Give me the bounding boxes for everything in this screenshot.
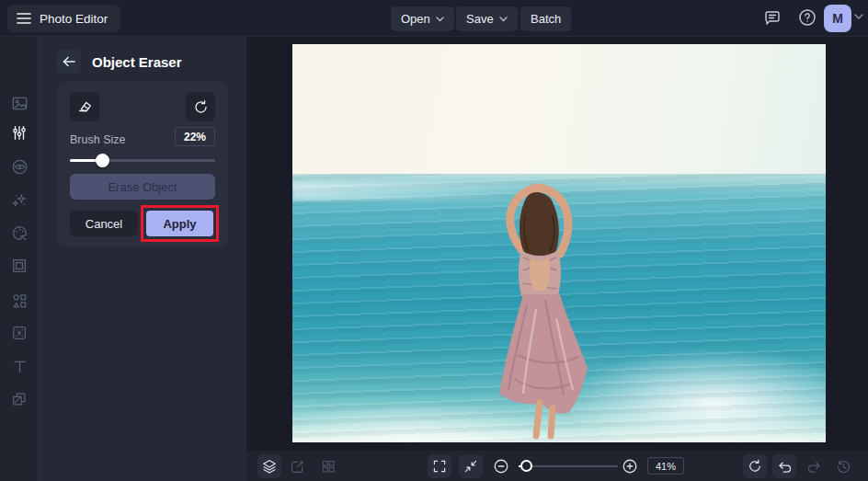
canvas-area[interactable] <box>246 37 868 451</box>
canvas-resize-button[interactable] <box>285 454 309 478</box>
layers-icon <box>261 458 278 475</box>
fullscreen-icon <box>432 459 447 474</box>
sidebar-item-frames[interactable] <box>0 250 39 281</box>
text-icon <box>12 359 28 374</box>
help-button[interactable] <box>796 7 818 29</box>
eraser-tool-button[interactable] <box>70 92 99 121</box>
open-button[interactable]: Open <box>391 6 454 31</box>
hamburger-menu-icon <box>17 12 31 25</box>
eraser-tool-card: Brush Size 22% Erase Object Cancel Apply <box>57 81 228 246</box>
avatar[interactable]: M <box>824 5 851 32</box>
cancel-button[interactable]: Cancel <box>70 211 138 236</box>
zoom-in-icon <box>622 458 638 475</box>
palette-icon <box>11 224 29 242</box>
arrow-left-icon <box>63 56 75 67</box>
history-button[interactable] <box>831 454 855 478</box>
back-button[interactable] <box>57 50 81 74</box>
canvas-edit-icon <box>290 459 305 475</box>
zoom-out-icon <box>493 458 509 475</box>
zoom-in-button[interactable] <box>618 454 642 478</box>
sticker-icon <box>11 325 28 341</box>
frame-icon <box>11 258 28 274</box>
comment-icon <box>763 8 782 27</box>
undo-icon <box>777 459 793 475</box>
chevron-down-icon <box>499 17 508 22</box>
sidebar-item-overlays[interactable] <box>0 317 39 349</box>
slider-thumb[interactable] <box>96 154 109 167</box>
help-icon <box>798 8 817 27</box>
layers-button[interactable] <box>257 454 281 478</box>
brush-size-slider[interactable] <box>70 153 215 167</box>
zoom-slider-thumb[interactable] <box>520 460 532 472</box>
sidebar-item-edit[interactable] <box>0 87 39 119</box>
sidebar-item-text[interactable] <box>0 350 39 382</box>
sparkles-icon <box>11 191 29 209</box>
sidebar-item-touchup[interactable] <box>0 151 39 182</box>
chevron-down-icon <box>436 17 444 22</box>
apply-button[interactable]: Apply <box>146 211 213 236</box>
fit-to-screen-button[interactable] <box>459 454 483 478</box>
image-icon <box>11 95 29 112</box>
erase-object-button[interactable]: Erase Object <box>70 174 215 200</box>
zoom-slider[interactable] <box>519 459 618 474</box>
templates-button[interactable] <box>316 454 340 478</box>
panel-title: Object Eraser <box>92 54 182 70</box>
layers-overlap-icon <box>11 391 28 407</box>
photo-canvas[interactable] <box>292 44 826 442</box>
eraser-icon <box>76 98 93 115</box>
panel-header: Object Eraser <box>57 50 182 74</box>
photo-sky <box>292 44 826 174</box>
feedback-button[interactable] <box>761 7 783 29</box>
zoom-out-button[interactable] <box>489 454 513 478</box>
refresh-icon <box>193 99 209 115</box>
zoom-value: 41% <box>647 457 684 475</box>
eye-icon <box>11 158 29 176</box>
brush-size-label: Brush Size <box>70 133 125 146</box>
grid-icon <box>321 459 336 474</box>
redo-button[interactable] <box>802 454 826 478</box>
photo-editor-app: Photo Editor Open Save Batch M <box>0 0 868 481</box>
tools-rail <box>0 37 39 481</box>
fit-screen-icon <box>463 459 478 474</box>
refresh-icon <box>748 459 762 474</box>
top-bar: Photo Editor Open Save Batch M <box>0 0 868 37</box>
shapes-icon <box>11 292 29 310</box>
app-title: Photo Editor <box>40 12 108 26</box>
brush-size-value: 22% <box>175 127 215 146</box>
reset-brush-button[interactable] <box>186 92 215 121</box>
zoom-slider-track <box>519 465 618 467</box>
sidebar-item-adjust[interactable] <box>0 117 39 148</box>
fullscreen-button[interactable] <box>428 454 451 478</box>
save-button[interactable]: Save <box>456 6 518 31</box>
sidebar-item-artsy[interactable] <box>0 217 39 248</box>
sidebar-item-effects[interactable] <box>0 184 39 215</box>
apply-highlight-annotation: Apply <box>141 205 219 242</box>
undo-button[interactable] <box>772 454 796 478</box>
photo-subject-woman <box>472 162 619 442</box>
object-eraser-panel: Object Eraser Brush Size 22% Erase Objec… <box>39 37 246 481</box>
bottom-toolbar: 41% <box>246 451 868 481</box>
sliders-icon <box>11 124 28 142</box>
sidebar-item-graphics[interactable] <box>0 285 39 316</box>
history-icon <box>836 459 851 475</box>
batch-button[interactable]: Batch <box>520 6 571 31</box>
sidebar-item-textures[interactable] <box>0 384 39 415</box>
reset-image-button[interactable] <box>743 454 767 478</box>
avatar-chevron-down-icon[interactable] <box>854 14 863 20</box>
redo-icon <box>806 459 822 475</box>
app-title-chip[interactable]: Photo Editor <box>7 5 120 32</box>
